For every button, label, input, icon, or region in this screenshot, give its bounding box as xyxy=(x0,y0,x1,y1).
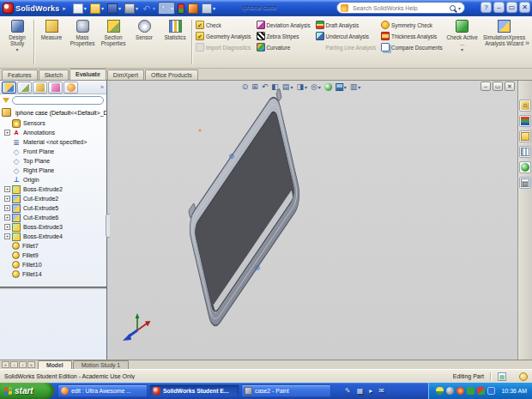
expand-icon[interactable]: + xyxy=(4,186,10,192)
solidworks-resources-tab[interactable]: ⌂ xyxy=(519,100,531,112)
undo-dropdown-icon[interactable]: ▾ xyxy=(153,5,155,11)
model-iphone-case[interactable] xyxy=(110,81,515,360)
task-edit-ultra-awesome[interactable]: edit : Ultra Awesome ... xyxy=(57,384,148,397)
select-button[interactable]: ▾ xyxy=(158,2,175,15)
messenger-icon[interactable] xyxy=(456,387,464,395)
compare-documents-button[interactable]: Compare Documents xyxy=(381,43,443,51)
panel-splitter[interactable] xyxy=(0,287,106,289)
tree-item-origin[interactable]: Origin xyxy=(0,175,106,184)
new-document-dropdown-icon[interactable]: ▾ xyxy=(84,5,87,11)
manager-tabs-overflow-icon[interactable]: » xyxy=(100,84,105,90)
new-document-button[interactable]: ▾ xyxy=(72,2,88,15)
rebuild-button[interactable] xyxy=(177,2,185,15)
section-properties-button[interactable]: Section Properties xyxy=(98,17,129,67)
tree-filter-input[interactable] xyxy=(12,96,104,105)
network-icon[interactable] xyxy=(487,387,495,395)
design-library-tab[interactable] xyxy=(519,115,531,127)
quick-tips-icon[interactable] xyxy=(519,372,528,381)
status-ball-icon[interactable] xyxy=(446,387,454,395)
menu-expand-chevron-icon[interactable]: ▸ xyxy=(63,5,66,12)
file-explorer-tab[interactable] xyxy=(519,130,531,142)
expand-icon[interactable]: + xyxy=(4,130,10,136)
send-icon[interactable]: ▸ xyxy=(369,387,372,395)
curvature-button[interactable]: Curvature xyxy=(257,43,311,51)
expand-icon[interactable]: + xyxy=(4,224,10,230)
tab-dimxpert[interactable]: DimXpert xyxy=(107,70,144,80)
simulationxpress-analysis-wizard-button[interactable]: SimulationXpress Analysis Wizard xyxy=(479,17,530,67)
edit-color-button[interactable] xyxy=(187,2,199,15)
tree-item-cut-extrude6[interactable]: +Cut-Extrude6 xyxy=(0,213,106,222)
tree-item-right-plane[interactable]: Right Plane xyxy=(0,166,106,175)
tree-item-boss-extrude3[interactable]: +Boss-Extrude3 xyxy=(0,222,106,232)
search-box[interactable]: ▾ xyxy=(336,2,465,14)
tab-evaluate[interactable]: Evaluate xyxy=(70,69,106,80)
undercut-analysis-button[interactable]: Undercut Analysis xyxy=(316,32,376,40)
print-dropdown-icon[interactable]: ▾ xyxy=(136,5,138,11)
featuremanager-tab[interactable] xyxy=(2,82,16,94)
dimxpertmanager-tab[interactable] xyxy=(48,82,63,94)
tree-item-fillet7[interactable]: Fillet7 xyxy=(0,241,106,251)
tree-item-cut-extrude2[interactable]: +Cut-Extrude2 xyxy=(0,194,106,203)
search-input[interactable] xyxy=(351,4,447,12)
configurationmanager-tab[interactable] xyxy=(33,82,47,94)
select-dropdown-icon[interactable]: ▾ xyxy=(171,5,173,11)
symmetry-check-button[interactable]: Symmetry Check xyxy=(381,21,443,29)
mail-icon[interactable]: ✉ xyxy=(378,387,384,395)
appearances-tab[interactable] xyxy=(519,161,531,173)
tab-office-products[interactable]: Office Products xyxy=(145,70,198,80)
open-button[interactable]: ▾ xyxy=(89,2,105,15)
expand-icon[interactable]: + xyxy=(4,233,10,239)
displaymanager-tab[interactable] xyxy=(63,82,78,94)
check-active-button[interactable]: Check Active ... ▾ xyxy=(446,17,479,67)
measure-button[interactable]: Measure xyxy=(36,17,67,67)
tree-root-item[interactable]: iphone case (Default<<Default>_Disp xyxy=(0,106,106,118)
undo-button[interactable]: ▾ xyxy=(141,2,156,15)
agent-icon[interactable] xyxy=(477,387,485,395)
mass-properties-button[interactable]: Mass Properties xyxy=(67,17,98,67)
save-button[interactable]: ▾ xyxy=(106,2,122,15)
start-button[interactable]: start xyxy=(0,383,54,399)
tree-item-boss-extrude4[interactable]: +Boss-Extrude4 xyxy=(0,232,106,241)
tab-scroll-next-icon[interactable]: › xyxy=(19,361,27,368)
search-icon[interactable] xyxy=(450,5,456,11)
tab-scroll-last-icon[interactable]: » xyxy=(27,361,35,368)
options-dropdown-icon[interactable]: ▾ xyxy=(213,5,215,11)
tree-item-fillet14[interactable]: Fillet14 xyxy=(0,269,106,279)
tree-item-annotations[interactable]: +Annotations xyxy=(0,128,106,137)
tree-item-fillet9[interactable]: Fillet9 xyxy=(0,251,106,260)
save-dropdown-icon[interactable]: ▾ xyxy=(118,5,121,11)
sensor-button[interactable]: Sensor xyxy=(129,17,160,67)
draft-analysis-button[interactable]: Draft Analysis xyxy=(316,21,376,29)
sheet-status-icon[interactable]: ▤ xyxy=(498,372,506,381)
close-button[interactable]: ✕ xyxy=(519,2,530,13)
search-dropdown-icon[interactable]: ▾ xyxy=(458,5,461,11)
minimize-button[interactable]: – xyxy=(493,2,505,13)
expand-icon[interactable]: + xyxy=(4,215,10,221)
task-case2-paint[interactable]: case2 - Paint xyxy=(241,384,331,397)
display-icon[interactable]: ▦ xyxy=(357,387,364,395)
task-solidworks-student-e[interactable]: SolidWorks Student E... xyxy=(149,384,239,397)
antivirus-icon[interactable] xyxy=(467,387,475,395)
pencil-icon[interactable]: ✎ xyxy=(345,387,351,395)
tab-sketch[interactable]: Sketch xyxy=(39,70,69,80)
geometry-analysis-button[interactable]: Geometry Analysis xyxy=(196,32,251,40)
tab-features[interactable]: Features xyxy=(2,70,38,80)
view-palette-tab[interactable] xyxy=(519,146,531,158)
design-study-dropdown-icon[interactable]: ▾ xyxy=(15,47,18,53)
zebra-stripes-button[interactable]: Zebra Stripes xyxy=(257,32,311,40)
print-button[interactable]: ▾ xyxy=(124,2,139,15)
tree-item-fillet10[interactable]: Fillet10 xyxy=(0,260,106,269)
open-dropdown-icon[interactable]: ▾ xyxy=(101,5,104,11)
tree-item-front-plane[interactable]: Front Plane xyxy=(0,147,106,156)
help-button[interactable]: ? xyxy=(481,2,492,13)
design-study-button[interactable]: Design Study ▾ xyxy=(2,17,33,67)
options-button[interactable]: ▾ xyxy=(201,2,216,15)
tree-item-top-plane[interactable]: Top Plane xyxy=(0,156,106,166)
tab-scroll-prev-icon[interactable]: ‹ xyxy=(10,361,18,368)
statistics-button[interactable]: Statistics xyxy=(160,17,190,67)
expand-icon[interactable]: + xyxy=(4,205,10,211)
graphics-area[interactable]: ⊙⊞↶◧▤▾◨▾◎▾▾▥▾ – ▭ ✕ xyxy=(110,81,517,360)
deviation-analysis-button[interactable]: Deviation Analysis xyxy=(257,21,311,29)
tree-item-boss-extrude2[interactable]: +Boss-Extrude2 xyxy=(0,184,106,194)
tree-item-cut-extrude5[interactable]: +Cut-Extrude5 xyxy=(0,203,106,213)
